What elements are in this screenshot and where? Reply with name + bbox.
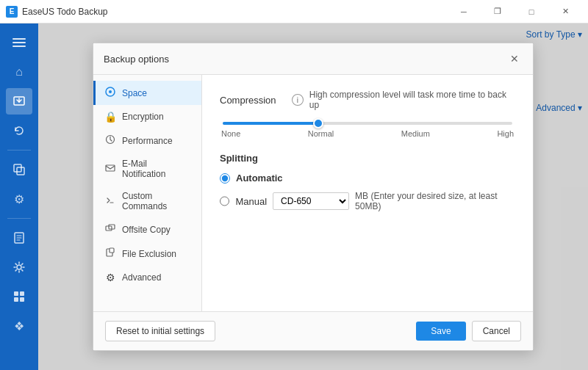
menu-icon[interactable]	[6, 29, 32, 56]
svg-rect-8	[20, 297, 24, 302]
nav-item-advanced[interactable]: ⚙ Advanced	[93, 266, 201, 289]
grid-icon[interactable]	[6, 283, 32, 310]
slider-label-medium: Medium	[401, 129, 430, 138]
compression-slider-container: None Normal Medium High	[220, 122, 515, 138]
title-bar: E EaseUS Todo Backup ─ ❐ □ ✕	[0, 0, 588, 23]
space-icon	[104, 87, 116, 99]
offsite-icon	[104, 223, 116, 236]
automatic-row: Automatic	[220, 173, 515, 184]
performance-icon	[104, 134, 116, 147]
backup-icon[interactable]	[6, 88, 32, 115]
close-button[interactable]: ✕	[548, 0, 582, 23]
manual-row: Manual CD-650 DVD-4.7G DVD-8.5G BD-25G C…	[220, 191, 515, 211]
dialog-footer: Reset to initial settings Save Cancel	[93, 311, 533, 350]
dialog-nav: Space 🔒 Encryption	[93, 75, 202, 311]
svg-rect-16	[110, 248, 114, 253]
manual-radio[interactable]	[220, 196, 229, 206]
restore-button[interactable]: □	[514, 0, 548, 23]
file-exclusion-icon	[104, 247, 116, 260]
nav-label-offsite: Offsite Copy	[122, 225, 171, 235]
svg-rect-1	[14, 164, 21, 172]
cancel-button[interactable]: Cancel	[472, 321, 521, 341]
email-icon	[104, 163, 116, 175]
slider-labels: None Normal Medium High	[221, 129, 514, 138]
nav-item-offsite[interactable]: Offsite Copy	[93, 217, 201, 242]
slider-label-high: High	[497, 129, 514, 138]
manual-size-select[interactable]: CD-650 DVD-4.7G DVD-8.5G BD-25G Custom	[273, 192, 349, 210]
nav-label-exclusion: File Exclusion	[122, 249, 176, 259]
logs-icon[interactable]	[6, 225, 32, 251]
nav-item-exclusion[interactable]: File Exclusion	[93, 242, 201, 266]
dialog-panel: Compression i High compression level wil…	[202, 75, 533, 311]
maximize-button[interactable]: ❐	[481, 0, 514, 23]
nav-label-space: Space	[122, 88, 147, 98]
app-sidebar: ⌂ ⚙	[0, 23, 38, 370]
advanced-icon: ⚙	[104, 272, 116, 283]
app-icon: E	[6, 6, 18, 18]
nav-label-advanced: Advanced	[122, 272, 161, 283]
slider-label-normal: Normal	[308, 129, 334, 138]
nav-label-performance: Performance	[122, 136, 173, 146]
dialog-titlebar: Backup options ✕	[93, 43, 533, 75]
nav-item-performance[interactable]: Performance	[93, 128, 201, 153]
clone-icon[interactable]	[6, 156, 32, 183]
compression-hint: High compression level will task more ti…	[309, 90, 515, 110]
grid2-icon[interactable]: ❖	[6, 313, 32, 339]
lock-icon: 🔒	[104, 111, 116, 123]
compression-label: Compression	[220, 95, 286, 106]
tools-icon[interactable]: ⚙	[6, 186, 32, 212]
save-button[interactable]: Save	[416, 322, 465, 341]
nav-item-encryption[interactable]: 🔒 Encryption	[93, 105, 201, 128]
svg-rect-6	[20, 291, 24, 296]
info-icon[interactable]: i	[292, 94, 304, 106]
slider-thumb[interactable]	[313, 118, 323, 128]
dialog-overlay: Backup options ✕	[38, 23, 588, 370]
svg-rect-7	[14, 297, 18, 302]
home-icon[interactable]: ⌂	[6, 59, 32, 85]
manual-label: Manual	[235, 196, 267, 207]
restore-icon[interactable]	[6, 117, 32, 144]
dialog-title: Backup options	[104, 54, 506, 65]
backup-options-dialog: Backup options ✕	[93, 43, 534, 351]
svg-rect-5	[14, 291, 18, 296]
slider-track[interactable]	[223, 122, 512, 125]
settings-icon[interactable]	[6, 254, 32, 280]
reset-button[interactable]: Reset to initial settings	[105, 321, 215, 341]
slider-fill	[223, 122, 318, 125]
svg-rect-12	[106, 165, 115, 171]
manual-options-row: CD-650 DVD-4.7G DVD-8.5G BD-25G Custom M…	[273, 191, 515, 211]
app-title: EaseUS Todo Backup	[22, 7, 447, 17]
main-content: Sort by Type ▾ Advanced ▾ Backup options…	[38, 23, 588, 370]
sidebar-divider	[7, 150, 31, 150]
nav-label-email: E-Mail Notification	[122, 159, 193, 179]
nav-label-custom: Custom Commands	[122, 191, 193, 211]
automatic-label: Automatic	[236, 173, 283, 184]
dialog-close-button[interactable]: ✕	[506, 51, 523, 67]
custom-commands-icon	[104, 195, 116, 208]
minimize-button[interactable]: ─	[447, 0, 481, 23]
nav-item-custom[interactable]: Custom Commands	[93, 185, 201, 217]
compression-section: Compression i High compression level wil…	[220, 90, 515, 110]
app-body: ⌂ ⚙	[0, 23, 588, 370]
svg-rect-2	[17, 167, 24, 175]
manual-hint: MB (Enter your desired size, at least 50…	[355, 191, 515, 211]
svg-point-10	[109, 90, 112, 93]
nav-label-encryption: Encryption	[122, 112, 164, 122]
slider-label-none: None	[221, 129, 240, 138]
sidebar-divider-2	[7, 218, 31, 219]
dialog-body: Space 🔒 Encryption	[93, 75, 533, 311]
nav-item-email[interactable]: E-Mail Notification	[93, 153, 201, 185]
svg-point-4	[17, 265, 21, 269]
automatic-radio[interactable]	[220, 173, 230, 184]
window-controls: ─ ❐ □ ✕	[447, 0, 582, 23]
splitting-label: Splitting	[220, 153, 515, 164]
nav-item-space[interactable]: Space	[93, 81, 201, 105]
